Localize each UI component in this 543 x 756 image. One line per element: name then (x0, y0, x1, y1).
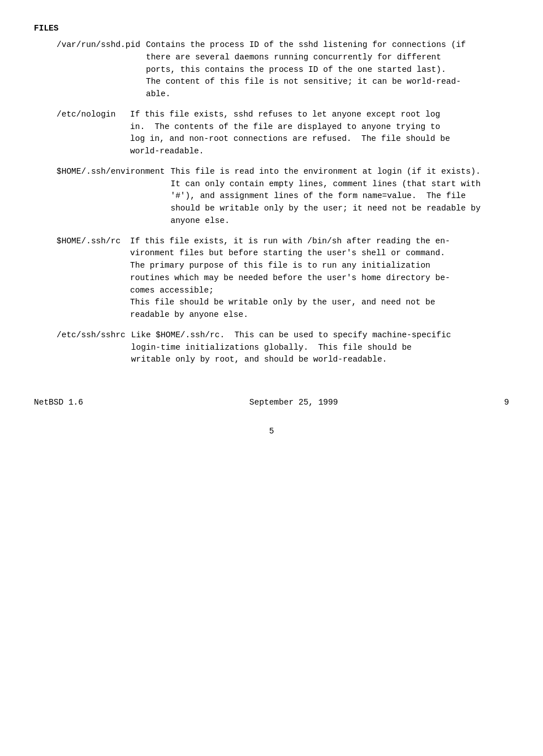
footer-left: NetBSD 1.6 (34, 397, 83, 409)
section-title: FILES (34, 23, 509, 35)
file-entry-nologin: /etc/nologin If this file exists, sshd r… (34, 109, 509, 158)
file-label-ssh-rc: $HOME/.ssh/rc (34, 235, 124, 321)
file-content-ssh-rc: If this file exists, it is run with /bin… (124, 235, 509, 321)
file-label-sshd-pid: /var/run/sshd.pid (34, 39, 140, 101)
footer-right: 9 (504, 397, 509, 409)
file-label-nologin: /etc/nologin (34, 109, 124, 158)
file-entry-ssh-environment: $HOME/.ssh/environment This file is read… (34, 166, 509, 227)
page-number: 5 (34, 426, 509, 437)
file-entry-sshd-pid: /var/run/sshd.pid Contains the process I… (34, 39, 509, 101)
file-content-sshrc: Like $HOME/.ssh/rc. This can be used to … (126, 329, 509, 366)
file-content-nologin: If this file exists, sshd refuses to let… (124, 109, 509, 158)
file-content-sshd-pid: Contains the process ID of the sshd list… (140, 39, 509, 101)
file-content-ssh-environment: This file is read into the environment a… (165, 166, 509, 227)
file-label-sshrc: /etc/ssh/sshrc (34, 329, 126, 366)
footer-center: September 25, 1999 (83, 397, 504, 409)
file-entry-ssh-rc: $HOME/.ssh/rc If this file exists, it is… (34, 235, 509, 321)
page-footer: NetBSD 1.6 September 25, 1999 9 (34, 397, 509, 409)
file-entry-sshrc: /etc/ssh/sshrc Like $HOME/.ssh/rc. This … (34, 329, 509, 366)
file-label-ssh-environment: $HOME/.ssh/environment (34, 166, 165, 227)
